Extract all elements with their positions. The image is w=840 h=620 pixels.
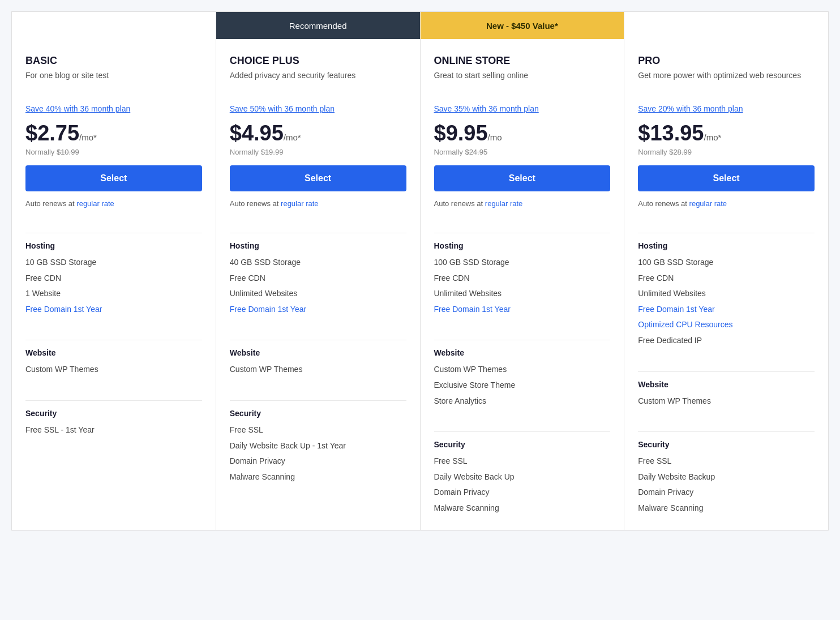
security-title-online-store: Security	[434, 440, 611, 449]
plan-name-online-store: ONLINE STORE	[434, 55, 611, 67]
security-title-choice-plus: Security	[230, 409, 406, 418]
security-section-choice-plus: SecurityFree SSLDaily Website Back Up - …	[216, 391, 420, 498]
plan-price-pro: $13.95	[638, 121, 704, 145]
plan-badge-basic	[12, 12, 216, 39]
hosting-feature-online-store-3: Free Domain 1st Year	[434, 304, 611, 315]
website-feature-online-store-2: Store Analytics	[434, 396, 611, 407]
security-feature-pro-1: Daily Website Backup	[638, 472, 815, 483]
security-feature-pro-0: Free SSL	[638, 456, 815, 467]
plan-save-link-online-store[interactable]: Save 35% with 36 month plan	[434, 104, 611, 113]
website-feature-online-store-0: Custom WP Themes	[434, 364, 611, 375]
security-feature-choice-plus-0: Free SSL	[230, 425, 406, 436]
plan-normal-choice-plus: Normally $19.99	[230, 148, 406, 156]
auto-renew-basic: Auto renews at regular rate	[25, 199, 202, 208]
hosting-feature-basic-2: 1 Website	[25, 288, 202, 300]
hosting-title-choice-plus: Hosting	[230, 241, 406, 250]
security-section-online-store: SecurityFree SSLDaily Website Back UpDom…	[421, 422, 624, 529]
plan-price-row-basic: $2.75/mo*	[25, 121, 202, 146]
website-title-online-store: Website	[434, 348, 611, 357]
security-feature-online-store-1: Daily Website Back Up	[434, 472, 611, 483]
plan-col-pro: PROGet more power with optimized web res…	[624, 12, 828, 530]
hosting-feature-pro-5: Free Dedicated IP	[638, 335, 815, 347]
regular-rate-link-pro[interactable]: regular rate	[689, 199, 727, 208]
website-feature-basic-0: Custom WP Themes	[25, 364, 202, 375]
security-section-basic: SecurityFree SSL - 1st Year	[12, 391, 216, 452]
hosting-feature-basic-0: 10 GB SSD Storage	[25, 257, 202, 268]
plan-badge-online-store: New - $450 Value*	[421, 12, 624, 39]
plan-normal-online-store: Normally $24.95	[434, 148, 611, 156]
plan-price-suffix-basic: /mo*	[79, 132, 97, 142]
select-button-basic[interactable]: Select	[25, 165, 202, 191]
security-feature-choice-plus-2: Domain Privacy	[230, 456, 406, 467]
hosting-feature-pro-3: Free Domain 1st Year	[638, 304, 815, 315]
regular-rate-link-choice-plus[interactable]: regular rate	[281, 199, 318, 208]
security-feature-basic-0: Free SSL - 1st Year	[25, 425, 202, 436]
hosting-title-pro: Hosting	[638, 241, 815, 250]
hosting-title-basic: Hosting	[25, 241, 202, 250]
website-title-choice-plus: Website	[230, 348, 406, 357]
plan-name-basic: BASIC	[25, 55, 202, 67]
hosting-feature-online-store-2: Unlimited Websites	[434, 288, 611, 300]
hosting-feature-basic-1: Free CDN	[25, 273, 202, 284]
security-feature-pro-2: Domain Privacy	[638, 487, 815, 498]
hosting-feature-choice-plus-2: Unlimited Websites	[230, 288, 406, 300]
select-button-pro[interactable]: Select	[638, 165, 815, 191]
plan-desc-basic: For one blog or site test	[25, 70, 202, 94]
plan-price-suffix-pro: /mo*	[704, 132, 721, 142]
select-button-choice-plus[interactable]: Select	[230, 165, 406, 191]
select-button-online-store[interactable]: Select	[434, 165, 611, 191]
plan-price-suffix-choice-plus: /mo*	[284, 132, 301, 142]
hosting-feature-choice-plus-3: Free Domain 1st Year	[230, 304, 406, 315]
plan-price-row-choice-plus: $4.95/mo*	[230, 121, 406, 146]
security-feature-online-store-3: Malware Scanning	[434, 503, 611, 514]
security-feature-online-store-2: Domain Privacy	[434, 487, 611, 498]
pricing-table: BASICFor one blog or site testSave 40% w…	[11, 11, 829, 531]
plan-save-link-basic[interactable]: Save 40% with 36 month plan	[25, 104, 202, 113]
plan-name-choice-plus: CHOICE PLUS	[230, 55, 406, 67]
plan-col-choice-plus: RecommendedCHOICE PLUSAdded privacy and …	[216, 12, 421, 530]
security-feature-online-store-0: Free SSL	[434, 456, 611, 467]
website-section-online-store: WebsiteCustom WP ThemesExclusive Store T…	[421, 331, 624, 422]
regular-rate-link-basic[interactable]: regular rate	[76, 199, 114, 208]
website-title-pro: Website	[638, 380, 815, 389]
hosting-feature-basic-3: Free Domain 1st Year	[25, 304, 202, 315]
hosting-feature-pro-2: Unlimited Websites	[638, 288, 815, 300]
hosting-feature-online-store-0: 100 GB SSD Storage	[434, 257, 611, 268]
plan-name-pro: PRO	[638, 55, 815, 67]
regular-rate-link-online-store[interactable]: regular rate	[485, 199, 522, 208]
security-section-pro: SecurityFree SSLDaily Website BackupDoma…	[624, 422, 828, 529]
website-feature-choice-plus-0: Custom WP Themes	[230, 364, 406, 375]
plan-normal-pro: Normally $28.99	[638, 148, 815, 156]
hosting-section-pro: Hosting100 GB SSD StorageFree CDNUnlimit…	[624, 233, 828, 362]
plan-badge-choice-plus: Recommended	[216, 12, 420, 39]
plan-price-row-pro: $13.95/mo*	[638, 121, 815, 146]
hosting-feature-pro-0: 100 GB SSD Storage	[638, 257, 815, 268]
plan-price-basic: $2.75	[25, 121, 79, 145]
hosting-section-choice-plus: Hosting40 GB SSD StorageFree CDNUnlimite…	[216, 233, 420, 331]
plan-price-suffix-online-store: /mo	[488, 132, 502, 142]
plan-save-link-pro[interactable]: Save 20% with 36 month plan	[638, 104, 815, 113]
plan-price-choice-plus: $4.95	[230, 121, 284, 145]
hosting-feature-online-store-1: Free CDN	[434, 273, 611, 284]
website-section-choice-plus: WebsiteCustom WP Themes	[216, 331, 420, 391]
auto-renew-pro: Auto renews at regular rate	[638, 199, 815, 208]
plan-desc-pro: Get more power with optimized web resour…	[638, 70, 815, 94]
security-title-pro: Security	[638, 440, 815, 449]
security-feature-choice-plus-1: Daily Website Back Up - 1st Year	[230, 441, 406, 452]
plan-col-online-store: New - $450 Value*ONLINE STOREGreat to st…	[421, 12, 625, 530]
plan-col-basic: BASICFor one blog or site testSave 40% w…	[12, 12, 216, 530]
hosting-feature-choice-plus-1: Free CDN	[230, 273, 406, 284]
plan-desc-online-store: Great to start selling online	[434, 70, 611, 94]
security-feature-pro-3: Malware Scanning	[638, 503, 815, 514]
plan-badge-pro	[624, 12, 828, 39]
website-feature-online-store-1: Exclusive Store Theme	[434, 380, 611, 391]
website-feature-pro-0: Custom WP Themes	[638, 396, 815, 407]
auto-renew-choice-plus: Auto renews at regular rate	[230, 199, 406, 208]
plan-save-link-choice-plus[interactable]: Save 50% with 36 month plan	[230, 104, 406, 113]
security-feature-choice-plus-3: Malware Scanning	[230, 472, 406, 483]
hosting-title-online-store: Hosting	[434, 241, 611, 250]
hosting-feature-pro-4: Optimized CPU Resources	[638, 319, 815, 331]
plan-normal-basic: Normally $10.99	[25, 148, 202, 156]
website-section-pro: WebsiteCustom WP Themes	[624, 362, 828, 423]
plan-price-row-online-store: $9.95/mo	[434, 121, 611, 146]
